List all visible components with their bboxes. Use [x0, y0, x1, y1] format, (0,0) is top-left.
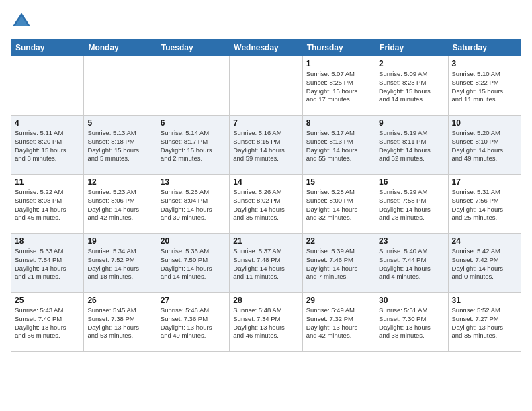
day-info: Sunrise: 5:49 AM Sunset: 7:32 PM Dayligh…	[306, 306, 371, 340]
day-info: Sunrise: 5:51 AM Sunset: 7:30 PM Dayligh…	[379, 306, 444, 340]
calendar-cell: 21Sunrise: 5:37 AM Sunset: 7:48 PM Dayli…	[230, 234, 302, 293]
calendar-cell: 13Sunrise: 5:25 AM Sunset: 8:04 PM Dayli…	[157, 175, 229, 234]
day-info: Sunrise: 5:20 AM Sunset: 8:10 PM Dayligh…	[452, 129, 517, 163]
day-info: Sunrise: 5:40 AM Sunset: 7:44 PM Dayligh…	[379, 247, 444, 281]
day-number: 30	[379, 295, 444, 305]
day-number: 23	[379, 236, 444, 246]
calendar-cell: 8Sunrise: 5:17 AM Sunset: 8:13 PM Daylig…	[302, 116, 375, 175]
calendar-week-row: 18Sunrise: 5:33 AM Sunset: 7:54 PM Dayli…	[11, 234, 521, 293]
day-number: 24	[452, 236, 517, 246]
calendar-cell: 18Sunrise: 5:33 AM Sunset: 7:54 PM Dayli…	[11, 234, 84, 293]
day-info: Sunrise: 5:23 AM Sunset: 8:06 PM Dayligh…	[87, 188, 152, 222]
calendar-cell: 14Sunrise: 5:26 AM Sunset: 8:02 PM Dayli…	[230, 175, 302, 234]
calendar-cell	[84, 56, 157, 116]
day-info: Sunrise: 5:36 AM Sunset: 7:50 PM Dayligh…	[161, 247, 226, 281]
day-number: 6	[161, 118, 226, 128]
day-info: Sunrise: 5:46 AM Sunset: 7:36 PM Dayligh…	[161, 306, 226, 340]
day-info: Sunrise: 5:10 AM Sunset: 8:22 PM Dayligh…	[452, 70, 517, 104]
calendar-cell: 10Sunrise: 5:20 AM Sunset: 8:10 PM Dayli…	[448, 116, 521, 175]
calendar-week-row: 11Sunrise: 5:22 AM Sunset: 8:08 PM Dayli…	[11, 175, 521, 234]
calendar-week-row: 25Sunrise: 5:43 AM Sunset: 7:40 PM Dayli…	[11, 293, 521, 352]
calendar-cell: 23Sunrise: 5:40 AM Sunset: 7:44 PM Dayli…	[375, 234, 448, 293]
day-info: Sunrise: 5:33 AM Sunset: 7:54 PM Dayligh…	[15, 247, 80, 281]
day-info: Sunrise: 5:28 AM Sunset: 8:00 PM Dayligh…	[306, 188, 371, 222]
calendar-cell: 20Sunrise: 5:36 AM Sunset: 7:50 PM Dayli…	[157, 234, 229, 293]
day-number: 16	[379, 177, 444, 187]
page-header	[11, 11, 521, 32]
day-info: Sunrise: 5:13 AM Sunset: 8:18 PM Dayligh…	[87, 129, 152, 163]
day-info: Sunrise: 5:11 AM Sunset: 8:20 PM Dayligh…	[15, 129, 80, 163]
day-number: 5	[87, 118, 152, 128]
day-info: Sunrise: 5:37 AM Sunset: 7:48 PM Dayligh…	[233, 247, 298, 281]
day-of-week-header: Tuesday	[157, 40, 229, 56]
day-number: 31	[452, 295, 517, 305]
day-info: Sunrise: 5:26 AM Sunset: 8:02 PM Dayligh…	[233, 188, 298, 222]
day-info: Sunrise: 5:22 AM Sunset: 8:08 PM Dayligh…	[15, 188, 80, 222]
day-number: 21	[233, 236, 298, 246]
calendar-cell: 6Sunrise: 5:14 AM Sunset: 8:17 PM Daylig…	[157, 116, 229, 175]
day-number: 18	[15, 236, 80, 246]
calendar-cell: 9Sunrise: 5:19 AM Sunset: 8:11 PM Daylig…	[375, 116, 448, 175]
day-info: Sunrise: 5:48 AM Sunset: 7:34 PM Dayligh…	[233, 306, 298, 340]
day-info: Sunrise: 5:16 AM Sunset: 8:15 PM Dayligh…	[233, 129, 298, 163]
day-info: Sunrise: 5:09 AM Sunset: 8:23 PM Dayligh…	[379, 70, 444, 104]
calendar-cell: 5Sunrise: 5:13 AM Sunset: 8:18 PM Daylig…	[84, 116, 157, 175]
day-number: 17	[452, 177, 517, 187]
day-of-week-header: Wednesday	[230, 40, 302, 56]
day-number: 22	[306, 236, 371, 246]
calendar-cell	[157, 56, 229, 116]
calendar-cell: 11Sunrise: 5:22 AM Sunset: 8:08 PM Dayli…	[11, 175, 84, 234]
day-of-week-header: Thursday	[302, 40, 375, 56]
day-number: 27	[161, 295, 226, 305]
day-info: Sunrise: 5:34 AM Sunset: 7:52 PM Dayligh…	[87, 247, 152, 281]
calendar-header-row: SundayMondayTuesdayWednesdayThursdayFrid…	[11, 40, 521, 56]
day-number: 1	[306, 59, 371, 68]
calendar-cell: 27Sunrise: 5:46 AM Sunset: 7:36 PM Dayli…	[157, 293, 229, 352]
day-of-week-header: Sunday	[11, 40, 84, 56]
calendar-cell: 30Sunrise: 5:51 AM Sunset: 7:30 PM Dayli…	[375, 293, 448, 352]
calendar-cell: 29Sunrise: 5:49 AM Sunset: 7:32 PM Dayli…	[302, 293, 375, 352]
calendar-cell: 31Sunrise: 5:52 AM Sunset: 7:27 PM Dayli…	[448, 293, 521, 352]
logo-icon	[11, 11, 32, 32]
calendar-cell: 16Sunrise: 5:29 AM Sunset: 7:58 PM Dayli…	[375, 175, 448, 234]
day-number: 11	[15, 177, 80, 187]
day-info: Sunrise: 5:29 AM Sunset: 7:58 PM Dayligh…	[379, 188, 444, 222]
calendar-cell: 1Sunrise: 5:07 AM Sunset: 8:25 PM Daylig…	[302, 56, 375, 116]
calendar-cell: 17Sunrise: 5:31 AM Sunset: 7:56 PM Dayli…	[448, 175, 521, 234]
day-info: Sunrise: 5:45 AM Sunset: 7:38 PM Dayligh…	[87, 306, 152, 340]
calendar-cell: 2Sunrise: 5:09 AM Sunset: 8:23 PM Daylig…	[375, 56, 448, 116]
day-number: 7	[233, 118, 298, 128]
day-info: Sunrise: 5:17 AM Sunset: 8:13 PM Dayligh…	[306, 129, 371, 163]
day-info: Sunrise: 5:39 AM Sunset: 7:46 PM Dayligh…	[306, 247, 371, 281]
calendar-week-row: 1Sunrise: 5:07 AM Sunset: 8:25 PM Daylig…	[11, 56, 521, 116]
day-number: 2	[379, 59, 444, 68]
calendar-cell: 4Sunrise: 5:11 AM Sunset: 8:20 PM Daylig…	[11, 116, 84, 175]
calendar-week-row: 4Sunrise: 5:11 AM Sunset: 8:20 PM Daylig…	[11, 116, 521, 175]
day-number: 20	[161, 236, 226, 246]
day-of-week-header: Monday	[84, 40, 157, 56]
day-info: Sunrise: 5:43 AM Sunset: 7:40 PM Dayligh…	[15, 306, 80, 340]
calendar-cell: 24Sunrise: 5:42 AM Sunset: 7:42 PM Dayli…	[448, 234, 521, 293]
calendar-cell: 28Sunrise: 5:48 AM Sunset: 7:34 PM Dayli…	[230, 293, 302, 352]
day-number: 26	[87, 295, 152, 305]
day-number: 28	[233, 295, 298, 305]
calendar-cell	[230, 56, 302, 116]
day-info: Sunrise: 5:19 AM Sunset: 8:11 PM Dayligh…	[379, 129, 444, 163]
calendar-cell: 25Sunrise: 5:43 AM Sunset: 7:40 PM Dayli…	[11, 293, 84, 352]
day-number: 8	[306, 118, 371, 128]
day-info: Sunrise: 5:14 AM Sunset: 8:17 PM Dayligh…	[161, 129, 226, 163]
calendar-cell: 12Sunrise: 5:23 AM Sunset: 8:06 PM Dayli…	[84, 175, 157, 234]
calendar-cell: 19Sunrise: 5:34 AM Sunset: 7:52 PM Dayli…	[84, 234, 157, 293]
day-info: Sunrise: 5:25 AM Sunset: 8:04 PM Dayligh…	[161, 188, 226, 222]
day-of-week-header: Saturday	[448, 40, 521, 56]
day-number: 15	[306, 177, 371, 187]
calendar-cell: 3Sunrise: 5:10 AM Sunset: 8:22 PM Daylig…	[448, 56, 521, 116]
day-info: Sunrise: 5:52 AM Sunset: 7:27 PM Dayligh…	[452, 306, 517, 340]
calendar-cell: 15Sunrise: 5:28 AM Sunset: 8:00 PM Dayli…	[302, 175, 375, 234]
day-number: 13	[161, 177, 226, 187]
day-number: 3	[452, 59, 517, 68]
day-number: 4	[15, 118, 80, 128]
day-info: Sunrise: 5:31 AM Sunset: 7:56 PM Dayligh…	[452, 188, 517, 222]
day-of-week-header: Friday	[375, 40, 448, 56]
calendar-cell: 7Sunrise: 5:16 AM Sunset: 8:15 PM Daylig…	[230, 116, 302, 175]
